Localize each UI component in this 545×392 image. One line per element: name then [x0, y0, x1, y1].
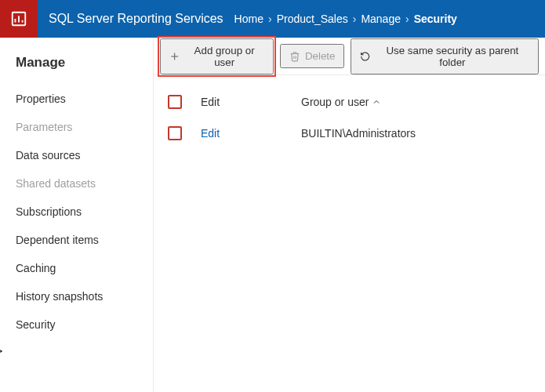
sidebar-item-security[interactable]: Security: [0, 310, 153, 339]
add-group-or-user-button[interactable]: Add group or user: [160, 38, 274, 74]
sidebar-item-data-sources[interactable]: Data sources: [0, 141, 153, 169]
parent-button-label: Use same security as parent folder: [376, 45, 529, 68]
select-all-checkbox[interactable]: [168, 95, 182, 109]
plus-icon: [169, 51, 180, 62]
column-header-edit[interactable]: Edit: [201, 96, 287, 108]
breadcrumb: Home › Product_Sales › Manage › Security: [234, 13, 457, 25]
delete-button: Delete: [280, 44, 345, 68]
sidebar-item-caching[interactable]: Caching: [0, 254, 153, 282]
table-row: Edit BUILTIN\Administrators: [168, 118, 531, 149]
row-group-or-user: BUILTIN\Administrators: [301, 127, 531, 140]
brand-title: SQL Server Reporting Services: [38, 12, 234, 26]
use-parent-security-button[interactable]: Use same security as parent folder: [351, 38, 539, 74]
sort-ascending-icon: [372, 97, 381, 107]
chevron-right-icon: ›: [353, 13, 357, 25]
breadcrumb-security: Security: [414, 13, 457, 25]
chevron-right-icon: ›: [405, 13, 409, 25]
breadcrumb-product-sales[interactable]: Product_Sales: [277, 13, 348, 25]
chevron-right-icon: ›: [268, 13, 272, 25]
app-header: SQL Server Reporting Services Home › Pro…: [0, 0, 545, 38]
sidebar-item-properties[interactable]: Properties: [0, 85, 153, 113]
security-grid: Edit Group or user Edit BUILTIN\Administ…: [154, 75, 545, 160]
sidebar-item-subscriptions[interactable]: Subscriptions: [0, 198, 153, 226]
ssrs-logo-icon: [0, 0, 38, 38]
sidebar-item-dependent-items[interactable]: Dependent items: [0, 226, 153, 254]
sidebar-title: Manage: [0, 55, 153, 85]
manage-sidebar: Manage Properties Parameters Data source…: [0, 38, 154, 392]
sidebar-item-parameters[interactable]: Parameters: [0, 113, 153, 141]
delete-button-label: Delete: [305, 50, 336, 62]
column-header-group-or-user[interactable]: Group or user: [301, 96, 531, 108]
add-button-label: Add group or user: [184, 45, 264, 68]
command-bar: Add group or user Delete Use same securi…: [154, 38, 545, 75]
row-checkbox[interactable]: [168, 126, 182, 140]
trash-icon: [289, 51, 300, 62]
grid-header: Edit Group or user: [168, 86, 531, 118]
row-edit-link[interactable]: Edit: [201, 127, 220, 140]
breadcrumb-manage[interactable]: Manage: [361, 13, 401, 25]
breadcrumb-home[interactable]: Home: [234, 13, 263, 25]
sidebar-item-history-snapshots[interactable]: History snapshots: [0, 282, 153, 310]
sidebar-item-shared-datasets[interactable]: Shared datasets: [0, 169, 153, 198]
main-content: Add group or user Delete Use same securi…: [154, 38, 545, 392]
revert-icon: [360, 51, 370, 62]
